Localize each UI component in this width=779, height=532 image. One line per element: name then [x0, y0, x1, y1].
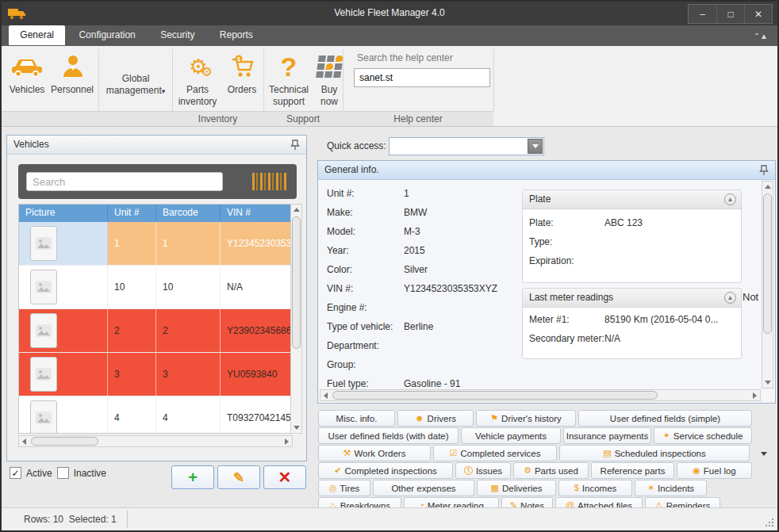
detail-tab-insurance-payments[interactable]: Insurance payments: [563, 427, 651, 444]
field-row: Fuel type:Gasoline - 91: [327, 378, 525, 389]
detail-tab-vehicle-payments[interactable]: Vehicle payments: [461, 427, 561, 444]
field-value: ABC 123: [604, 217, 735, 236]
barcode-cell: 3: [156, 353, 221, 396]
column-header-picture[interactable]: Picture: [19, 205, 108, 222]
tools-icon: ⚒: [343, 449, 351, 457]
active-checkbox[interactable]: ✓: [10, 467, 21, 479]
resize-grip[interactable]: [765, 518, 774, 527]
parts-inventory-button[interactable]: ⚙⚙ Parts inventory: [175, 49, 220, 108]
table-row[interactable]: 44T09327042145: [19, 396, 292, 434]
technical-support-button[interactable]: ? Technical support: [267, 49, 311, 108]
picture-placeholder-icon: [30, 400, 57, 434]
detail-tab-issues[interactable]: !Issues: [455, 462, 511, 479]
money-icon: $: [574, 484, 579, 492]
field-value: [604, 236, 735, 255]
table-row[interactable]: 1010N/A: [19, 266, 292, 309]
field-label: Meter #1:: [529, 314, 604, 333]
general-vertical-scrollbar[interactable]: [762, 181, 773, 388]
collapse-up-icon[interactable]: ▲: [724, 193, 736, 205]
detail-tab-label: Vehicle payments: [475, 431, 547, 441]
unit-cell: 2: [108, 309, 156, 352]
search-input[interactable]: [26, 172, 223, 191]
delete-button[interactable]: ✕: [263, 465, 306, 489]
detail-tab-user-defined-fields-simple[interactable]: User defined fields (simple): [578, 410, 752, 427]
table-vertical-scrollbar[interactable]: [290, 204, 302, 434]
pencil-icon: ✎: [233, 469, 244, 486]
detail-tab-parts-used[interactable]: ⚙Parts used: [513, 462, 589, 479]
vin-cell: YU0593840: [221, 353, 292, 396]
detail-tab-reference-parts[interactable]: Reference parts: [591, 462, 674, 479]
tab-scroll-down-icon[interactable]: [761, 452, 767, 456]
ribbon-tabstrip: General Configuration Security Reports ⌃…: [2, 25, 777, 46]
barcode-cell: 1: [156, 222, 221, 265]
column-header-barcode[interactable]: Barcode: [156, 205, 221, 222]
detail-tab-label: Scheduled inspections: [615, 449, 706, 458]
field-row: Department:: [327, 340, 525, 359]
tab-security[interactable]: Security: [149, 25, 205, 45]
pin-icon[interactable]: [290, 140, 300, 151]
detail-tab-incidents[interactable]: ✶Incidents: [635, 480, 707, 496]
orders-button[interactable]: $ Orders: [222, 49, 262, 96]
detail-tab-drivers[interactable]: ☻Drivers: [397, 410, 474, 427]
table-horizontal-scrollbar[interactable]: [18, 435, 293, 447]
maximize-button[interactable]: □: [716, 5, 744, 23]
tab-reports[interactable]: Reports: [209, 25, 264, 45]
tab-general[interactable]: General: [9, 25, 65, 45]
vehicles-button[interactable]: Vehicles: [6, 49, 48, 96]
detail-tab-label: Issues: [476, 466, 502, 476]
pin-icon[interactable]: [759, 165, 769, 176]
field-label: Make:: [327, 207, 404, 226]
title-bar: Vehicle Fleet Manager 4.0 –□✕: [2, 2, 777, 25]
table-row[interactable]: 11Y1234523035353XYZ: [19, 222, 292, 266]
global-management-button[interactable]: Global management▾: [102, 73, 170, 98]
car-icon: [6, 49, 48, 84]
add-button[interactable]: +: [171, 465, 214, 489]
group-label-help-center: Help center: [343, 113, 493, 124]
detail-tab-misc-info[interactable]: Misc. info.: [318, 410, 395, 427]
inactive-checkbox[interactable]: [57, 467, 69, 479]
table-row[interactable]: 33YU0593840: [19, 353, 292, 396]
barcode-icon[interactable]: [252, 173, 287, 190]
vehicles-panel: Vehicles Picture Unit # Barcode VIN # 11…: [6, 135, 307, 461]
dropdown-arrow-icon: ▾: [162, 87, 166, 95]
unit-cell: 1: [108, 222, 156, 265]
detail-tab-tires[interactable]: ◎Tires: [318, 480, 370, 496]
tab-configuration[interactable]: Configuration: [67, 25, 146, 45]
detail-tab-fuel-log[interactable]: ◉Fuel log: [677, 462, 752, 479]
detail-tab-other-expenses[interactable]: Other expenses: [373, 480, 474, 496]
plate-subpanel: Plate ▲ Plate:ABC 123Type:Expiration:: [522, 189, 742, 283]
detail-tab-completed-services[interactable]: ☑Completed services: [433, 445, 557, 461]
personnel-button[interactable]: Personnel: [49, 49, 95, 96]
close-button[interactable]: ✕: [744, 5, 772, 23]
detail-tab-work-orders[interactable]: ⚒Work Orders: [318, 445, 431, 461]
field-row: Type:: [523, 236, 741, 255]
detail-tab-service-schedule[interactable]: ✦Service schedule: [654, 427, 752, 444]
quick-access-dropdown[interactable]: [389, 137, 544, 155]
vehicles-table: Picture Unit # Barcode VIN # 11Y12345230…: [18, 204, 293, 434]
help-center-search-input[interactable]: [354, 68, 490, 87]
detail-tab-user-defined-fields-with-date[interactable]: User defined fields (with date): [318, 427, 459, 444]
cart-icon: $: [222, 49, 262, 84]
field-row: Make:BMW: [327, 207, 525, 226]
collapse-up-icon[interactable]: ▲: [724, 292, 736, 304]
column-header-unit[interactable]: Unit #: [108, 205, 156, 222]
app-window: Vehicle Fleet Manager 4.0 –□✕ General Co…: [0, 0, 779, 532]
buy-now-button[interactable]: Buy now: [313, 49, 346, 108]
detail-tab-scheduled-inspections[interactable]: ▤Scheduled inspections: [559, 445, 750, 461]
detail-tab-label: Incomes: [582, 484, 616, 493]
detail-tab-completed-inspections[interactable]: ✔Completed inspections: [318, 462, 453, 479]
detail-tab-deliveries[interactable]: ▦Deliveries: [477, 480, 556, 496]
general-horizontal-scrollbar[interactable]: [320, 389, 761, 401]
field-label: Model:: [327, 226, 404, 245]
detail-tab-incomes[interactable]: $Incomes: [558, 480, 632, 496]
column-header-vin[interactable]: VIN #: [221, 205, 292, 222]
collapse-ribbon-icon[interactable]: ⌃︎▲︎: [754, 32, 768, 40]
minimize-button[interactable]: –: [689, 5, 716, 23]
dropdown-arrow-button[interactable]: [528, 139, 543, 154]
detail-tab-label: Insurance payments: [566, 431, 649, 441]
field-label: Type of vehicle:: [327, 321, 404, 340]
field-row: Plate:ABC 123: [523, 217, 741, 236]
detail-tab-driver-s-history[interactable]: ⚑Driver's history: [476, 410, 576, 427]
edit-button[interactable]: ✎: [217, 465, 260, 489]
table-row[interactable]: 22Y2390234568678: [19, 309, 292, 353]
